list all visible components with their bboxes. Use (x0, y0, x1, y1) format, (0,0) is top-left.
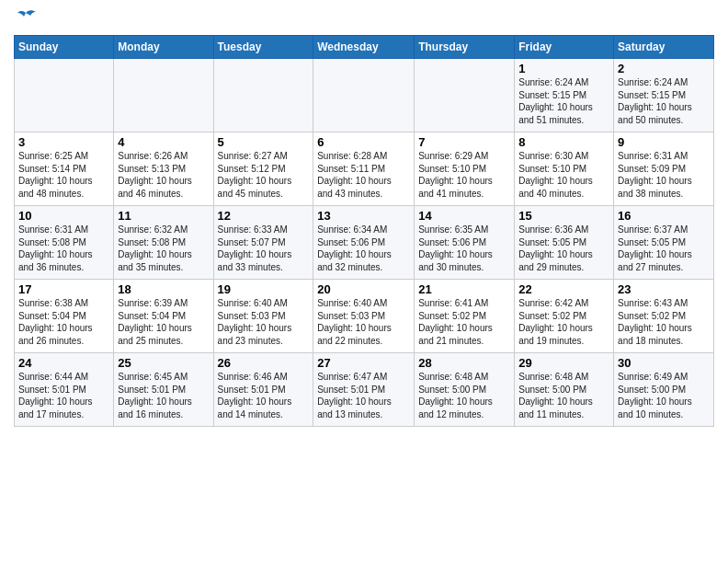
day-info: Sunrise: 6:39 AM Sunset: 5:04 PM Dayligh… (118, 297, 209, 347)
day-info: Sunrise: 6:34 AM Sunset: 5:06 PM Dayligh… (317, 224, 410, 273)
day-info: Sunrise: 6:29 AM Sunset: 5:10 PM Dayligh… (418, 150, 510, 200)
day-number: 27 (317, 356, 410, 370)
calendar-day-29: 29Sunrise: 6:48 AM Sunset: 5:00 PM Dayli… (515, 353, 614, 427)
day-number: 14 (418, 209, 510, 223)
day-number: 21 (418, 282, 510, 296)
day-number: 22 (518, 282, 609, 296)
page: SundayMondayTuesdayWednesdayThursdayFrid… (0, 0, 728, 436)
weekday-header-wednesday: Wednesday (313, 36, 415, 59)
calendar-day-9: 9Sunrise: 6:31 AM Sunset: 5:09 PM Daylig… (614, 132, 714, 206)
day-info: Sunrise: 6:47 AM Sunset: 5:01 PM Dayligh… (317, 371, 410, 420)
calendar-header-row: SundayMondayTuesdayWednesdayThursdayFrid… (15, 36, 714, 59)
day-info: Sunrise: 6:24 AM Sunset: 5:15 PM Dayligh… (618, 76, 710, 126)
calendar-day-12: 12Sunrise: 6:33 AM Sunset: 5:07 PM Dayli… (213, 206, 313, 280)
day-info: Sunrise: 6:28 AM Sunset: 5:11 PM Dayligh… (317, 150, 410, 200)
day-number: 28 (418, 356, 510, 370)
day-number: 12 (218, 209, 310, 223)
day-number: 29 (518, 356, 609, 370)
day-number: 24 (18, 356, 109, 370)
calendar-day-20: 20Sunrise: 6:40 AM Sunset: 5:03 PM Dayli… (313, 280, 415, 353)
calendar-day-22: 22Sunrise: 6:42 AM Sunset: 5:02 PM Dayli… (515, 280, 614, 353)
day-number: 4 (118, 135, 209, 149)
calendar-week-row: 1Sunrise: 6:24 AM Sunset: 5:15 PM Daylig… (15, 59, 714, 132)
calendar-empty-cell (15, 59, 114, 132)
calendar-week-row: 17Sunrise: 6:38 AM Sunset: 5:04 PM Dayli… (15, 280, 714, 353)
day-info: Sunrise: 6:32 AM Sunset: 5:08 PM Dayligh… (118, 224, 209, 273)
weekday-header-tuesday: Tuesday (213, 36, 313, 59)
calendar-day-19: 19Sunrise: 6:40 AM Sunset: 5:03 PM Dayli… (213, 280, 313, 353)
day-info: Sunrise: 6:41 AM Sunset: 5:02 PM Dayligh… (418, 297, 510, 347)
calendar-empty-cell (213, 59, 313, 132)
calendar-day-25: 25Sunrise: 6:45 AM Sunset: 5:01 PM Dayli… (114, 353, 213, 427)
day-number: 7 (418, 135, 510, 149)
calendar-day-4: 4Sunrise: 6:26 AM Sunset: 5:13 PM Daylig… (114, 132, 213, 206)
day-info: Sunrise: 6:25 AM Sunset: 5:14 PM Dayligh… (18, 150, 109, 200)
day-info: Sunrise: 6:31 AM Sunset: 5:09 PM Dayligh… (618, 150, 710, 200)
calendar-day-23: 23Sunrise: 6:43 AM Sunset: 5:02 PM Dayli… (614, 280, 714, 353)
calendar-week-row: 3Sunrise: 6:25 AM Sunset: 5:14 PM Daylig… (15, 132, 714, 206)
day-number: 2 (618, 62, 710, 75)
day-info: Sunrise: 6:27 AM Sunset: 5:12 PM Dayligh… (218, 150, 310, 200)
calendar-day-13: 13Sunrise: 6:34 AM Sunset: 5:06 PM Dayli… (313, 206, 415, 280)
logo (14, 9, 38, 28)
day-info: Sunrise: 6:48 AM Sunset: 5:00 PM Dayligh… (418, 371, 510, 420)
day-info: Sunrise: 6:40 AM Sunset: 5:03 PM Dayligh… (317, 297, 410, 347)
day-number: 5 (218, 135, 310, 149)
calendar-day-5: 5Sunrise: 6:27 AM Sunset: 5:12 PM Daylig… (213, 132, 313, 206)
weekday-header-sunday: Sunday (15, 36, 114, 59)
day-info: Sunrise: 6:30 AM Sunset: 5:10 PM Dayligh… (518, 150, 609, 200)
day-info: Sunrise: 6:46 AM Sunset: 5:01 PM Dayligh… (218, 371, 310, 420)
day-number: 25 (118, 356, 209, 370)
weekday-header-monday: Monday (114, 36, 213, 59)
calendar-day-17: 17Sunrise: 6:38 AM Sunset: 5:04 PM Dayli… (15, 280, 114, 353)
day-info: Sunrise: 6:45 AM Sunset: 5:01 PM Dayligh… (118, 371, 209, 420)
day-info: Sunrise: 6:48 AM Sunset: 5:00 PM Dayligh… (518, 371, 609, 420)
calendar-day-27: 27Sunrise: 6:47 AM Sunset: 5:01 PM Dayli… (313, 353, 415, 427)
calendar-day-7: 7Sunrise: 6:29 AM Sunset: 5:10 PM Daylig… (415, 132, 515, 206)
day-number: 18 (118, 282, 209, 296)
day-number: 15 (518, 209, 609, 223)
day-info: Sunrise: 6:38 AM Sunset: 5:04 PM Dayligh… (18, 297, 109, 347)
calendar-day-28: 28Sunrise: 6:48 AM Sunset: 5:00 PM Dayli… (415, 353, 515, 427)
day-number: 17 (18, 282, 109, 296)
day-info: Sunrise: 6:37 AM Sunset: 5:05 PM Dayligh… (618, 224, 710, 273)
day-number: 6 (317, 135, 410, 149)
calendar-day-6: 6Sunrise: 6:28 AM Sunset: 5:11 PM Daylig… (313, 132, 415, 206)
calendar-day-14: 14Sunrise: 6:35 AM Sunset: 5:06 PM Dayli… (415, 206, 515, 280)
weekday-header-friday: Friday (515, 36, 614, 59)
day-info: Sunrise: 6:31 AM Sunset: 5:08 PM Dayligh… (18, 224, 109, 273)
day-info: Sunrise: 6:42 AM Sunset: 5:02 PM Dayligh… (518, 297, 609, 347)
day-number: 11 (118, 209, 209, 223)
day-number: 19 (218, 282, 310, 296)
day-number: 13 (317, 209, 410, 223)
day-number: 30 (618, 356, 710, 370)
day-number: 8 (518, 135, 609, 149)
calendar-day-24: 24Sunrise: 6:44 AM Sunset: 5:01 PM Dayli… (15, 353, 114, 427)
day-info: Sunrise: 6:26 AM Sunset: 5:13 PM Dayligh… (118, 150, 209, 200)
day-number: 10 (18, 209, 109, 223)
calendar-empty-cell (415, 59, 515, 132)
calendar-empty-cell (114, 59, 213, 132)
calendar-day-11: 11Sunrise: 6:32 AM Sunset: 5:08 PM Dayli… (114, 206, 213, 280)
day-info: Sunrise: 6:36 AM Sunset: 5:05 PM Dayligh… (518, 224, 609, 273)
day-number: 23 (618, 282, 710, 296)
day-number: 3 (18, 135, 109, 149)
calendar-day-30: 30Sunrise: 6:49 AM Sunset: 5:00 PM Dayli… (614, 353, 714, 427)
day-info: Sunrise: 6:33 AM Sunset: 5:07 PM Dayligh… (218, 224, 310, 273)
calendar-day-10: 10Sunrise: 6:31 AM Sunset: 5:08 PM Dayli… (15, 206, 114, 280)
day-info: Sunrise: 6:35 AM Sunset: 5:06 PM Dayligh… (418, 224, 510, 273)
day-info: Sunrise: 6:40 AM Sunset: 5:03 PM Dayligh… (218, 297, 310, 347)
calendar-day-2: 2Sunrise: 6:24 AM Sunset: 5:15 PM Daylig… (614, 59, 714, 132)
day-number: 16 (618, 209, 710, 223)
day-number: 20 (317, 282, 410, 296)
header (14, 9, 714, 28)
calendar-table: SundayMondayTuesdayWednesdayThursdayFrid… (14, 35, 714, 427)
day-number: 9 (618, 135, 710, 149)
day-info: Sunrise: 6:44 AM Sunset: 5:01 PM Dayligh… (18, 371, 109, 420)
calendar-week-row: 24Sunrise: 6:44 AM Sunset: 5:01 PM Dayli… (15, 353, 714, 427)
weekday-header-saturday: Saturday (614, 36, 714, 59)
calendar-empty-cell (313, 59, 415, 132)
calendar-day-15: 15Sunrise: 6:36 AM Sunset: 5:05 PM Dayli… (515, 206, 614, 280)
day-info: Sunrise: 6:43 AM Sunset: 5:02 PM Dayligh… (618, 297, 710, 347)
calendar-day-18: 18Sunrise: 6:39 AM Sunset: 5:04 PM Dayli… (114, 280, 213, 353)
